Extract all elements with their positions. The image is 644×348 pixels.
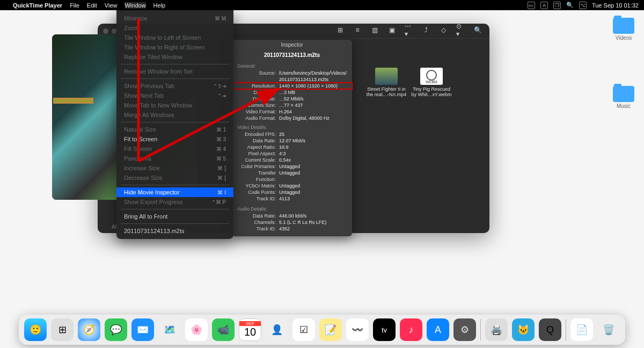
- inspector-row: Track ID:4113: [232, 195, 352, 202]
- inspector-header: Inspector: [232, 40, 352, 49]
- menu-item-label: Move Tab to New Window: [124, 102, 192, 108]
- desktop-folder-videos[interactable]: Videos: [608, 18, 640, 41]
- menu-item-shortcut: ⌘ I: [217, 190, 226, 195]
- dock-mail-icon[interactable]: ✉️: [131, 318, 154, 341]
- menu-item: Fill Screen⌘ 4: [116, 144, 233, 154]
- inspector-value: …77 × 437: [279, 102, 347, 108]
- dock-reminders-icon[interactable]: ☑︎: [292, 318, 315, 341]
- control-center-icon[interactable]: ⌥: [579, 2, 587, 9]
- dock-appstore-icon[interactable]: A: [427, 318, 449, 341]
- dock-freeform-icon[interactable]: 〰️: [346, 318, 369, 341]
- menu-separator: [121, 78, 229, 79]
- column-view-icon[interactable]: ▥: [370, 26, 379, 34]
- menu-item: Replace Tiled Window: [116, 52, 233, 62]
- dock-notes-icon[interactable]: 📝: [319, 318, 342, 341]
- tag-icon[interactable]: ◇: [439, 26, 448, 34]
- dock-downloads-icon[interactable]: 📄: [570, 318, 593, 341]
- menu-item-label: Show Previous Tab: [124, 83, 174, 89]
- dock-finder-icon[interactable]: 🙂: [24, 318, 47, 341]
- dock-safari-icon[interactable]: 🧭: [78, 318, 100, 341]
- menu-edit[interactable]: Edit: [87, 2, 97, 9]
- menu-item: Decrease Size⌘ [: [116, 173, 233, 183]
- menu-item: Show Previous Tab⌃⇧⇥: [116, 81, 233, 91]
- stage-manager-icon[interactable]: ❐: [553, 2, 561, 9]
- dock-music-icon[interactable]: ♪: [400, 318, 422, 341]
- inspector-key: Source:: [237, 70, 279, 76]
- dock-settings-icon[interactable]: ⚙︎: [453, 318, 476, 341]
- menu-item-shortcut: ⌃⇥: [217, 93, 226, 99]
- inspector-value: Untagged: [279, 170, 347, 183]
- dock-appletv-icon[interactable]: tv: [373, 318, 396, 341]
- menu-item: Remove Window from Set: [116, 67, 233, 76]
- menu-item: Panorama⌘ 5: [116, 154, 233, 163]
- menu-help[interactable]: Help: [153, 2, 166, 9]
- menu-item[interactable]: Fit to Screen⌘ 3: [116, 134, 233, 144]
- menu-item-label: Remove Window from Set: [124, 68, 193, 75]
- menu-view[interactable]: View: [105, 2, 118, 9]
- dock-facetime-icon[interactable]: 📹: [212, 318, 235, 341]
- inspector-value: 448.00 kbit/s: [279, 213, 347, 219]
- menu-item: Zoom: [116, 23, 233, 33]
- dock-trash-icon[interactable]: 🗑️: [597, 318, 620, 341]
- menu-item[interactable]: Bring All to Front: [116, 212, 233, 221]
- display-icon[interactable]: ▭: [528, 2, 535, 9]
- menu-item: Increase Size⌘ ]: [116, 163, 233, 173]
- inspector-key: Transfer Function:: [237, 170, 279, 183]
- menu-item-label: Hide Movie Inspector: [124, 189, 179, 195]
- dock-recent-app-icon[interactable]: 🖨️: [485, 318, 508, 341]
- menu-item-label: Fit to Screen: [124, 136, 157, 142]
- menu-item-label: Fill Screen: [124, 146, 152, 152]
- inspector-key: Track ID:: [237, 226, 279, 232]
- menu-file[interactable]: File: [70, 2, 79, 9]
- app-name[interactable]: QuickTime Player: [13, 2, 62, 9]
- dock-messages-icon[interactable]: 💬: [105, 318, 127, 341]
- inspector-key: [237, 76, 279, 83]
- inspector-row: 20110731124113.m2ts: [232, 76, 352, 83]
- menu-item-shortcut: ⌘ M: [215, 16, 226, 21]
- window-menu-dropdown: Minimize⌘ MZoomTile Window to Left of Sc…: [116, 10, 233, 239]
- inspector-row: Channels:5.1 (L C R Ls Rs LFE): [232, 219, 352, 226]
- menu-item-label: 20110731124113.m2ts: [124, 228, 185, 234]
- search-icon[interactable]: 🔍: [473, 26, 482, 34]
- menu-item-label: Tile Window to Right of Screen: [124, 44, 205, 50]
- menubar: QuickTime Player File Edit View Window H…: [0, 0, 644, 10]
- movie-inspector[interactable]: Inspector 20110731124113.m2ts General: S…: [232, 40, 352, 236]
- menu-item: Tile Window to Right of Screen: [116, 42, 233, 52]
- menu-item[interactable]: Hide Movie Inspector⌘ I: [116, 187, 233, 197]
- dock-maps-icon[interactable]: 🗺️: [158, 318, 181, 341]
- input-indicator[interactable]: A: [540, 2, 548, 9]
- list-view-icon[interactable]: ≡: [353, 26, 362, 34]
- menu-item-label: Bring All to Front: [124, 213, 167, 220]
- dock-recent-app-icon[interactable]: 🐱: [512, 318, 535, 341]
- inspector-row: Audio Format:Dolby Digital, 48000 Hz: [232, 115, 352, 121]
- menu-window[interactable]: Window: [125, 2, 145, 9]
- action-icon[interactable]: ⊙ ▾: [456, 26, 465, 34]
- inspector-value: /Users/kevincy/Desktop/Videos/: [279, 70, 347, 76]
- inspector-value: 0.54x: [279, 157, 347, 163]
- menu-item-label: Natural Size: [124, 126, 156, 133]
- dock-launchpad-icon[interactable]: ⊞: [51, 318, 74, 341]
- menu-item[interactable]: 20110731124113.m2ts: [116, 226, 233, 236]
- dock-photos-icon[interactable]: 🌸: [185, 318, 208, 341]
- inspector-key: YCbCr Matrix:: [237, 183, 279, 189]
- dock-quicktime-icon[interactable]: Q: [539, 318, 561, 341]
- inspector-row: Data Rate:…52 Mbit/s: [232, 96, 352, 102]
- desktop-folder-music[interactable]: Music: [608, 86, 640, 109]
- dock-separator: [480, 319, 481, 340]
- spotlight-icon[interactable]: 🔍: [566, 2, 574, 9]
- dock-calendar-icon[interactable]: SEP 10: [239, 318, 261, 341]
- grid-view-icon[interactable]: ⊞: [336, 26, 345, 34]
- gallery-view-icon[interactable]: ▣: [387, 26, 396, 34]
- dock-contacts-icon[interactable]: 👤: [266, 318, 288, 341]
- file-item[interactable]: WEBM Tiny Pig Rescued by Whit…xY.webm: [410, 68, 453, 97]
- group-icon[interactable]: ⋯ ▾: [405, 26, 413, 34]
- share-icon[interactable]: ⤴: [422, 26, 430, 34]
- menu-item-shortcut: ⌘ [: [217, 175, 226, 181]
- dock: 🙂 ⊞ 🧭 💬 ✉️ 🗺️ 🌸 📹 SEP 10 👤 ☑︎ 📝 〰️ tv ♪ …: [19, 315, 625, 345]
- inspector-row: Transfer Function:Untagged: [232, 170, 352, 183]
- inspector-value: 4113: [279, 195, 347, 202]
- inspector-value: 16:9: [279, 144, 347, 150]
- menubar-datetime[interactable]: Tue Sep 10 01:32: [592, 2, 639, 9]
- file-item[interactable]: Street Fighter II in the real…-NA.mp4: [365, 68, 408, 97]
- inspector-key: Data Rate:: [237, 96, 279, 102]
